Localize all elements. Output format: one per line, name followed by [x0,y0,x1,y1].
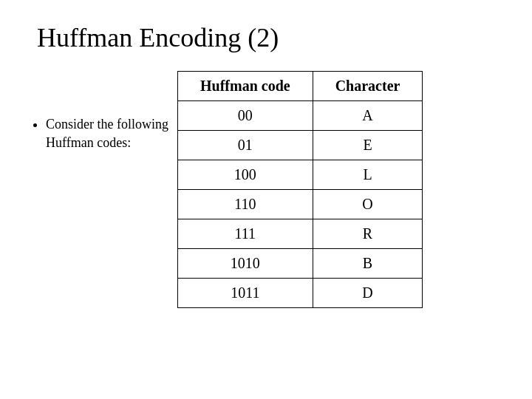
table-row: 00A [178,101,423,131]
bullet-text: Consider the following Huffman codes: [46,117,168,150]
cell-r2-c1: L [313,160,423,190]
cell-r0-c0: 00 [178,101,313,131]
table-row: 1010B [178,249,423,279]
cell-r2-c0: 100 [178,160,313,190]
header-huffman-code: Huffman code [178,72,313,101]
table-row: 100L [178,160,423,190]
cell-r5-c1: B [313,249,423,279]
table-row: 110O [178,190,423,219]
header-character: Character [313,72,423,101]
table-row: 1011D [178,279,423,308]
cell-r3-c0: 110 [178,190,313,219]
cell-r6-c0: 1011 [178,279,313,308]
cell-r6-c1: D [313,279,423,308]
page-title: Huffman Encoding (2) [37,22,279,53]
table-row: 111R [178,219,423,249]
table-header-row: Huffman code Character [178,72,423,101]
table-row: 01E [178,131,423,160]
cell-r5-c0: 1010 [178,249,313,279]
cell-r1-c1: E [313,131,423,160]
cell-r0-c1: A [313,101,423,131]
huffman-table: Huffman code Character 00A01E100L110O111… [177,71,423,308]
bullet-section: Consider the following Huffman codes: [30,71,177,152]
content-area: Consider the following Huffman codes: Hu… [30,71,502,308]
cell-r4-c1: R [313,219,423,249]
cell-r1-c0: 01 [178,131,313,160]
cell-r4-c0: 111 [178,219,313,249]
cell-r3-c1: O [313,190,423,219]
table-section: Huffman code Character 00A01E100L110O111… [177,71,502,308]
